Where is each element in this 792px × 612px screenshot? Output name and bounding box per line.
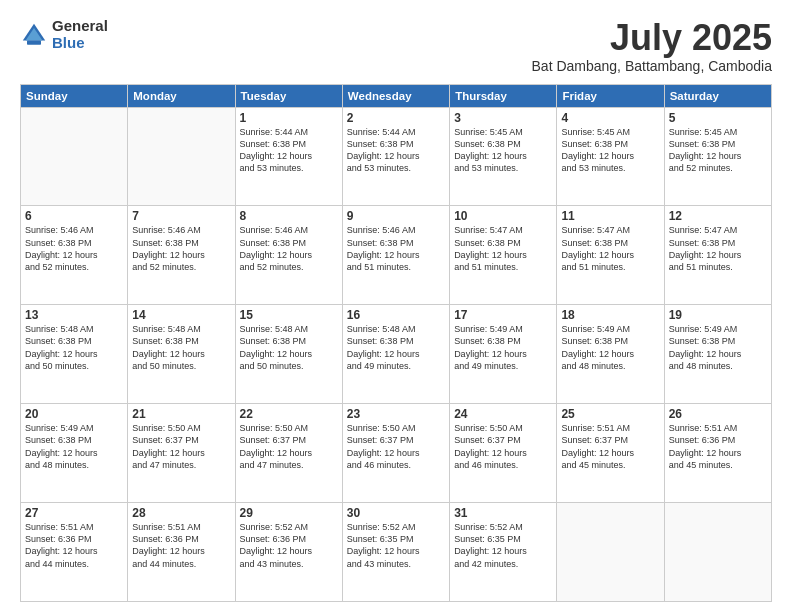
svg-rect-2: [27, 40, 41, 44]
weekday-header-tuesday: Tuesday: [235, 84, 342, 107]
day-number: 31: [454, 506, 552, 520]
day-info: Sunrise: 5:49 AM Sunset: 6:38 PM Dayligh…: [561, 323, 659, 372]
day-info: Sunrise: 5:45 AM Sunset: 6:38 PM Dayligh…: [454, 126, 552, 175]
day-number: 8: [240, 209, 338, 223]
day-number: 4: [561, 111, 659, 125]
day-info: Sunrise: 5:45 AM Sunset: 6:38 PM Dayligh…: [669, 126, 767, 175]
weekday-header-thursday: Thursday: [450, 84, 557, 107]
logo-blue-text: Blue: [52, 35, 108, 52]
calendar-header-row: SundayMondayTuesdayWednesdayThursdayFrid…: [21, 84, 772, 107]
day-info: Sunrise: 5:44 AM Sunset: 6:38 PM Dayligh…: [347, 126, 445, 175]
title-block: July 2025 Bat Dambang, Battambang, Cambo…: [532, 18, 772, 74]
header: General Blue July 2025 Bat Dambang, Batt…: [20, 18, 772, 74]
calendar-cell: 20Sunrise: 5:49 AM Sunset: 6:38 PM Dayli…: [21, 404, 128, 503]
calendar-cell: 26Sunrise: 5:51 AM Sunset: 6:36 PM Dayli…: [664, 404, 771, 503]
calendar-cell: 13Sunrise: 5:48 AM Sunset: 6:38 PM Dayli…: [21, 305, 128, 404]
day-number: 10: [454, 209, 552, 223]
day-info: Sunrise: 5:51 AM Sunset: 6:37 PM Dayligh…: [561, 422, 659, 471]
logo-text: General Blue: [52, 18, 108, 51]
calendar-cell: 29Sunrise: 5:52 AM Sunset: 6:36 PM Dayli…: [235, 503, 342, 602]
calendar-cell: 28Sunrise: 5:51 AM Sunset: 6:36 PM Dayli…: [128, 503, 235, 602]
day-info: Sunrise: 5:50 AM Sunset: 6:37 PM Dayligh…: [132, 422, 230, 471]
calendar-cell: 3Sunrise: 5:45 AM Sunset: 6:38 PM Daylig…: [450, 107, 557, 206]
day-info: Sunrise: 5:47 AM Sunset: 6:38 PM Dayligh…: [561, 224, 659, 273]
day-number: 5: [669, 111, 767, 125]
calendar-cell: [21, 107, 128, 206]
day-number: 26: [669, 407, 767, 421]
calendar-cell: 25Sunrise: 5:51 AM Sunset: 6:37 PM Dayli…: [557, 404, 664, 503]
calendar-cell: 27Sunrise: 5:51 AM Sunset: 6:36 PM Dayli…: [21, 503, 128, 602]
calendar-cell: 12Sunrise: 5:47 AM Sunset: 6:38 PM Dayli…: [664, 206, 771, 305]
day-number: 15: [240, 308, 338, 322]
day-info: Sunrise: 5:49 AM Sunset: 6:38 PM Dayligh…: [25, 422, 123, 471]
calendar-cell: 19Sunrise: 5:49 AM Sunset: 6:38 PM Dayli…: [664, 305, 771, 404]
calendar-table: SundayMondayTuesdayWednesdayThursdayFrid…: [20, 84, 772, 602]
logo-icon: [20, 21, 48, 49]
day-info: Sunrise: 5:48 AM Sunset: 6:38 PM Dayligh…: [132, 323, 230, 372]
day-number: 27: [25, 506, 123, 520]
weekday-header-friday: Friday: [557, 84, 664, 107]
calendar-body: 1Sunrise: 5:44 AM Sunset: 6:38 PM Daylig…: [21, 107, 772, 601]
day-number: 11: [561, 209, 659, 223]
day-number: 1: [240, 111, 338, 125]
calendar-week-3: 13Sunrise: 5:48 AM Sunset: 6:38 PM Dayli…: [21, 305, 772, 404]
day-number: 6: [25, 209, 123, 223]
weekday-header-monday: Monday: [128, 84, 235, 107]
day-number: 16: [347, 308, 445, 322]
calendar-cell: 31Sunrise: 5:52 AM Sunset: 6:35 PM Dayli…: [450, 503, 557, 602]
calendar-cell: 10Sunrise: 5:47 AM Sunset: 6:38 PM Dayli…: [450, 206, 557, 305]
calendar-cell: [128, 107, 235, 206]
day-info: Sunrise: 5:51 AM Sunset: 6:36 PM Dayligh…: [25, 521, 123, 570]
day-info: Sunrise: 5:52 AM Sunset: 6:35 PM Dayligh…: [347, 521, 445, 570]
day-info: Sunrise: 5:47 AM Sunset: 6:38 PM Dayligh…: [454, 224, 552, 273]
day-number: 22: [240, 407, 338, 421]
day-info: Sunrise: 5:48 AM Sunset: 6:38 PM Dayligh…: [347, 323, 445, 372]
weekday-header-saturday: Saturday: [664, 84, 771, 107]
calendar-week-2: 6Sunrise: 5:46 AM Sunset: 6:38 PM Daylig…: [21, 206, 772, 305]
month-title: July 2025: [532, 18, 772, 58]
day-info: Sunrise: 5:52 AM Sunset: 6:36 PM Dayligh…: [240, 521, 338, 570]
day-number: 18: [561, 308, 659, 322]
weekday-header-wednesday: Wednesday: [342, 84, 449, 107]
location-title: Bat Dambang, Battambang, Cambodia: [532, 58, 772, 74]
day-number: 17: [454, 308, 552, 322]
day-info: Sunrise: 5:46 AM Sunset: 6:38 PM Dayligh…: [132, 224, 230, 273]
calendar-cell: 16Sunrise: 5:48 AM Sunset: 6:38 PM Dayli…: [342, 305, 449, 404]
day-info: Sunrise: 5:45 AM Sunset: 6:38 PM Dayligh…: [561, 126, 659, 175]
day-info: Sunrise: 5:46 AM Sunset: 6:38 PM Dayligh…: [240, 224, 338, 273]
calendar-cell: 18Sunrise: 5:49 AM Sunset: 6:38 PM Dayli…: [557, 305, 664, 404]
day-number: 12: [669, 209, 767, 223]
day-info: Sunrise: 5:46 AM Sunset: 6:38 PM Dayligh…: [347, 224, 445, 273]
calendar-cell: 6Sunrise: 5:46 AM Sunset: 6:38 PM Daylig…: [21, 206, 128, 305]
calendar-cell: 1Sunrise: 5:44 AM Sunset: 6:38 PM Daylig…: [235, 107, 342, 206]
day-number: 24: [454, 407, 552, 421]
calendar-cell: 7Sunrise: 5:46 AM Sunset: 6:38 PM Daylig…: [128, 206, 235, 305]
day-number: 23: [347, 407, 445, 421]
day-number: 14: [132, 308, 230, 322]
day-number: 9: [347, 209, 445, 223]
day-number: 7: [132, 209, 230, 223]
calendar-cell: 5Sunrise: 5:45 AM Sunset: 6:38 PM Daylig…: [664, 107, 771, 206]
day-number: 21: [132, 407, 230, 421]
page: General Blue July 2025 Bat Dambang, Batt…: [0, 0, 792, 612]
day-info: Sunrise: 5:48 AM Sunset: 6:38 PM Dayligh…: [25, 323, 123, 372]
day-number: 28: [132, 506, 230, 520]
calendar-cell: 9Sunrise: 5:46 AM Sunset: 6:38 PM Daylig…: [342, 206, 449, 305]
day-info: Sunrise: 5:49 AM Sunset: 6:38 PM Dayligh…: [454, 323, 552, 372]
day-info: Sunrise: 5:51 AM Sunset: 6:36 PM Dayligh…: [132, 521, 230, 570]
calendar-cell: 21Sunrise: 5:50 AM Sunset: 6:37 PM Dayli…: [128, 404, 235, 503]
day-info: Sunrise: 5:49 AM Sunset: 6:38 PM Dayligh…: [669, 323, 767, 372]
calendar-cell: 4Sunrise: 5:45 AM Sunset: 6:38 PM Daylig…: [557, 107, 664, 206]
calendar-week-5: 27Sunrise: 5:51 AM Sunset: 6:36 PM Dayli…: [21, 503, 772, 602]
day-number: 29: [240, 506, 338, 520]
day-info: Sunrise: 5:47 AM Sunset: 6:38 PM Dayligh…: [669, 224, 767, 273]
calendar-cell: 14Sunrise: 5:48 AM Sunset: 6:38 PM Dayli…: [128, 305, 235, 404]
calendar-cell: [664, 503, 771, 602]
calendar-cell: 15Sunrise: 5:48 AM Sunset: 6:38 PM Dayli…: [235, 305, 342, 404]
day-info: Sunrise: 5:52 AM Sunset: 6:35 PM Dayligh…: [454, 521, 552, 570]
logo: General Blue: [20, 18, 108, 51]
calendar-cell: [557, 503, 664, 602]
day-info: Sunrise: 5:50 AM Sunset: 6:37 PM Dayligh…: [240, 422, 338, 471]
calendar-cell: 17Sunrise: 5:49 AM Sunset: 6:38 PM Dayli…: [450, 305, 557, 404]
day-info: Sunrise: 5:50 AM Sunset: 6:37 PM Dayligh…: [454, 422, 552, 471]
